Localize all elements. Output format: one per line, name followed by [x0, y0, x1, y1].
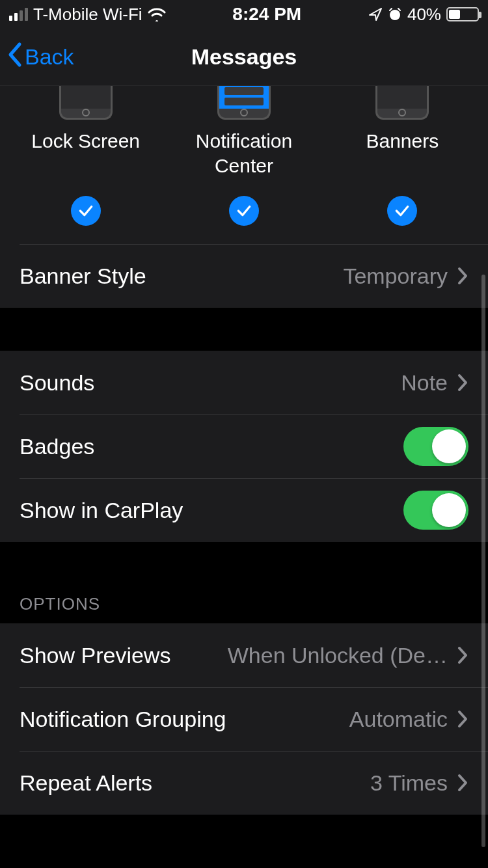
notification-grouping-row[interactable]: Notification Grouping Automatic — [0, 687, 488, 751]
show-previews-value: When Unlocked (De… — [215, 643, 448, 668]
notification-grouping-value: Automatic — [336, 707, 448, 732]
battery-icon — [446, 7, 479, 21]
lock-screen-label: Lock Screen — [31, 129, 140, 154]
banner-style-value: Temporary — [330, 264, 448, 289]
chevron-right-icon — [457, 645, 468, 665]
status-right: 40% — [368, 5, 479, 25]
banner-style-label: Banner Style — [20, 264, 146, 289]
notification-center-checkbox[interactable] — [229, 196, 259, 226]
show-previews-label: Show Previews — [20, 643, 170, 668]
notification-grouping-label: Notification Grouping — [20, 707, 226, 732]
scrollbar[interactable] — [481, 275, 485, 847]
notification-center-label: Notification Center — [179, 129, 309, 178]
repeat-alerts-label: Repeat Alerts — [20, 770, 152, 796]
nav-bar: Back Messages — [0, 29, 488, 86]
alarm-icon — [388, 7, 402, 21]
banners-checkbox[interactable] — [387, 196, 417, 226]
options-header: OPTIONS — [0, 542, 488, 623]
carplay-label: Show in CarPlay — [20, 498, 183, 523]
alert-style-lock-screen[interactable]: Lock Screen — [7, 86, 164, 154]
repeat-alerts-value: 3 Times — [357, 770, 448, 796]
show-previews-row[interactable]: Show Previews When Unlocked (De… — [0, 623, 488, 687]
sounds-row[interactable]: Sounds Note — [0, 351, 488, 414]
repeat-alerts-row[interactable]: Repeat Alerts 3 Times — [0, 751, 488, 815]
badges-label: Badges — [20, 434, 94, 459]
chevron-left-icon — [7, 42, 25, 73]
alert-style-notification-center[interactable]: Notification Center — [166, 86, 323, 178]
back-button[interactable]: Back — [7, 42, 74, 73]
page-title: Messages — [191, 44, 297, 70]
battery-percent: 40% — [407, 5, 441, 25]
status-bar: T-Mobile Wi-Fi 8:24 PM 40% — [0, 0, 488, 29]
sounds-label: Sounds — [20, 370, 94, 396]
notification-center-preview-icon — [217, 86, 271, 120]
lock-screen-checkbox[interactable] — [71, 196, 101, 226]
alert-style-section: Lock Screen Notification Center Banners — [0, 86, 488, 244]
checkmark-icon — [77, 202, 94, 219]
status-time: 8:24 PM — [232, 4, 301, 25]
carrier-label: T-Mobile Wi-Fi — [33, 5, 142, 25]
cellular-signal-icon — [9, 8, 28, 21]
carplay-toggle[interactable] — [403, 491, 468, 530]
content: Lock Screen Notification Center Banners — [0, 86, 488, 868]
chevron-right-icon — [457, 266, 468, 286]
checkmark-icon — [394, 202, 411, 219]
carplay-row: Show in CarPlay — [0, 478, 488, 542]
banner-style-row[interactable]: Banner Style Temporary — [0, 244, 488, 308]
section-gap — [0, 308, 488, 351]
alert-style-banners[interactable]: Banners — [324, 86, 481, 154]
wifi-icon — [148, 7, 166, 21]
location-icon — [368, 7, 383, 21]
badges-row: Badges — [0, 414, 488, 478]
sounds-value: Note — [388, 370, 448, 396]
lock-screen-preview-icon — [59, 86, 113, 120]
svg-point-0 — [390, 10, 400, 20]
banners-preview-icon — [375, 86, 429, 120]
chevron-right-icon — [457, 373, 468, 392]
chevron-right-icon — [457, 709, 468, 729]
status-left: T-Mobile Wi-Fi — [9, 5, 166, 25]
chevron-right-icon — [457, 773, 468, 793]
badges-toggle[interactable] — [403, 427, 468, 466]
banners-label: Banners — [366, 129, 439, 154]
checkmark-icon — [236, 202, 252, 219]
bottom-gap — [0, 815, 488, 854]
back-label: Back — [25, 44, 74, 70]
